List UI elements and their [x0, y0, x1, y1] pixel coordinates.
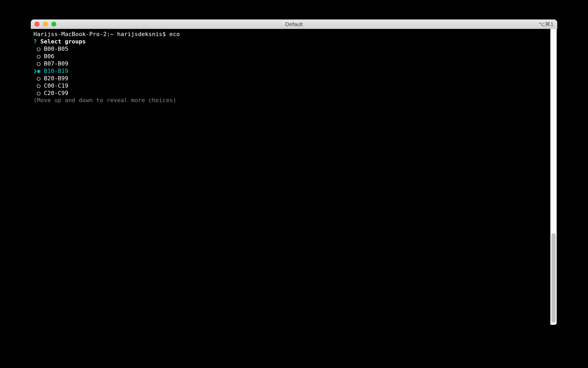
choice-item[interactable]: ◯ B20-B99: [33, 75, 555, 82]
choice-item[interactable]: ◯ B07-B09: [33, 60, 555, 67]
choice-item[interactable]: ◯ B06: [33, 53, 555, 60]
window-title: Default: [31, 21, 557, 27]
shell-prompt-line: Harijss-MacBook-Pro-2:~ harijsdeksnis$ e…: [33, 31, 555, 38]
terminal-window: Default ⌥⌘1 Harijss-MacBook-Pro-2:~ hari…: [31, 19, 557, 325]
scrollbar-thumb[interactable]: [551, 233, 556, 323]
window-titlebar[interactable]: Default ⌥⌘1: [31, 19, 557, 29]
scrollbar-track[interactable]: [550, 29, 557, 325]
choice-item[interactable]: ❯◉ B10-B19: [33, 67, 555, 75]
choice-item[interactable]: ◯ B00-B05: [33, 45, 555, 53]
traffic-lights: [34, 22, 56, 27]
close-button[interactable]: [34, 22, 39, 27]
minimize-button[interactable]: [43, 22, 48, 27]
terminal-content[interactable]: Harijss-MacBook-Pro-2:~ harijsdeksnis$ e…: [31, 29, 557, 325]
choice-item[interactable]: ◯ C00-C19: [33, 82, 555, 89]
question-prompt-label: Select groups: [41, 38, 86, 45]
zoom-button[interactable]: [51, 22, 56, 27]
choices-list: ◯ B00-B05 ◯ B06 ◯ B07-B09❯◉ B10-B19 ◯ B2…: [33, 45, 555, 97]
question-mark-icon: ?: [33, 38, 37, 45]
tab-shortcut-label: ⌥⌘1: [539, 21, 554, 27]
choice-item[interactable]: ◯ C20-C99: [33, 89, 555, 97]
question-line: ? Select groups: [33, 38, 555, 45]
navigation-hint: (Move up and down to reveal more choices…: [33, 97, 555, 104]
